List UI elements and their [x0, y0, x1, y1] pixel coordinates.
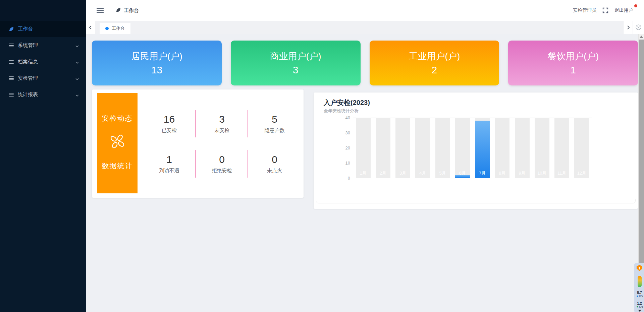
- stat-value: 3: [219, 114, 225, 125]
- tabs-scroll-left-button[interactable]: [86, 21, 95, 34]
- tab-bar: 工作台: [86, 21, 644, 34]
- breadcrumb: 工作台: [116, 7, 139, 14]
- menu-icon: [8, 92, 14, 98]
- stat-card-label: 商业用户(户): [270, 50, 321, 62]
- download-speed-unit: K/s: [639, 305, 643, 309]
- bar-slot-5月: 5月: [433, 118, 452, 178]
- sidebar-item-label: 安检管理: [18, 75, 75, 81]
- sidebar-item-1[interactable]: 系统管理: [0, 37, 86, 54]
- chart-title: 入户安检(2023): [324, 98, 370, 107]
- stat-card-label: 居民用户(户): [131, 50, 182, 62]
- current-username[interactable]: 安检管理员: [573, 7, 596, 13]
- stat-card-1[interactable]: 商业用户(户)3: [231, 41, 361, 85]
- chart-panel-footer-line: [316, 199, 636, 203]
- sidebar-item-0[interactable]: 工作台: [0, 21, 86, 37]
- chart-subtitle: 全年安检统计分析: [324, 108, 359, 114]
- x-axis-tick-label: 10月: [532, 170, 552, 176]
- main-content: 居民用户(户)13商业用户(户)3工业用户(户)2餐饮用户(户)1 安检动态 数…: [86, 34, 644, 312]
- close-tabs-button[interactable]: [633, 21, 644, 34]
- x-axis-tick-label: 7月: [473, 170, 492, 176]
- x-axis-tick-label: 11月: [552, 170, 572, 176]
- shield-badge-icon[interactable]: 1: [637, 265, 642, 271]
- download-arrow-icon: ▼: [636, 305, 639, 309]
- stat-value: 1: [166, 154, 172, 165]
- chevron-down-icon: [75, 60, 79, 64]
- fullscreen-icon[interactable]: [602, 7, 608, 13]
- background-bar: [455, 118, 470, 178]
- x-axis-tick-label: 3月: [393, 170, 413, 176]
- chevron-down-icon: [75, 93, 79, 97]
- stat-card-value: 1: [570, 64, 576, 76]
- y-axis-tick-label: 20: [345, 145, 350, 150]
- x-axis-tick-label: 12月: [572, 170, 592, 176]
- active-tab-dot: [105, 27, 109, 30]
- y-axis-tick-label: 10: [345, 161, 350, 166]
- safety-dynamics-panel: 安检动态 数据统计 16已安检3未安检5隐患户数1到访不遇0拒绝安检0未点火: [92, 89, 304, 198]
- background-bar: [376, 118, 390, 178]
- sidebar-item-label: 工作台: [18, 26, 79, 32]
- bar-slot-1月: 1月: [353, 118, 373, 178]
- sidebar-menu: 工作台系统管理档案信息安检管理统计报表: [0, 21, 86, 103]
- bar-slot-7月: 7月: [473, 118, 492, 178]
- stat-card-0[interactable]: 居民用户(户)13: [92, 41, 222, 85]
- x-axis-tick-label: 6月: [452, 170, 472, 176]
- widget-collapse-caret[interactable]: [638, 310, 641, 312]
- stat-value: 0: [219, 154, 225, 165]
- collapse-sidebar-button[interactable]: [97, 8, 104, 13]
- bar-slot-2月: 2月: [373, 118, 393, 178]
- stat-card-3[interactable]: 餐饮用户(户)1: [508, 41, 638, 85]
- menu-icon: [8, 75, 14, 81]
- upload-speed-value: 5.7: [637, 291, 642, 295]
- x-axis-tick-label: 1月: [353, 170, 373, 176]
- background-bar: [515, 118, 530, 178]
- tab-bar-spacer: [130, 21, 623, 34]
- bar-slot-8月: 8月: [492, 118, 512, 178]
- inspection-chart-panel: 入户安检(2023) 全年安检统计分析 0102030401月2月3月4月5月6…: [314, 92, 638, 209]
- banner-top-label: 安检动态: [102, 114, 133, 123]
- net-speed-widget[interactable]: 1 5.7 ▲K/s 1.2 ▼K/s: [634, 263, 644, 312]
- leaf-icon: [8, 26, 14, 32]
- bar-slot-12月: 12月: [572, 118, 592, 178]
- background-bar: [415, 118, 430, 178]
- chart-bars: 1月2月3月4月5月6月7月8月9月10月11月12月: [353, 118, 592, 178]
- scrollbar-thumb[interactable]: [639, 40, 644, 263]
- bar-slot-10月: 10月: [532, 118, 552, 178]
- value-bar: [475, 121, 490, 178]
- tab-workbench[interactable]: 工作台: [100, 23, 130, 34]
- menu-icon: [8, 59, 14, 65]
- tab-label: 工作台: [112, 25, 125, 32]
- bar-slot-3月: 3月: [393, 118, 413, 178]
- stat-label: 拒绝安检: [212, 168, 232, 174]
- banner-bottom-label: 数据统计: [102, 161, 133, 171]
- chevron-down-icon: [75, 44, 79, 48]
- sidebar-item-label: 系统管理: [18, 42, 75, 49]
- stat-value: 0: [272, 154, 277, 165]
- x-axis-tick-label: 4月: [413, 170, 433, 176]
- sidebar-item-2[interactable]: 档案信息: [0, 54, 86, 70]
- breadcrumb-label: 工作台: [124, 7, 139, 14]
- scrollbar-up-arrow[interactable]: [640, 36, 643, 38]
- sidebar-item-3[interactable]: 安检管理: [0, 70, 86, 86]
- stat-card-2[interactable]: 工业用户(户)2: [370, 41, 499, 85]
- x-axis-tick-label: 2月: [373, 170, 393, 176]
- safety-stat-2: 5隐患户数: [248, 104, 301, 144]
- sidebar-item-label: 统计报表: [18, 91, 75, 98]
- tabs-scroll-right-button[interactable]: [623, 21, 633, 34]
- bar-chart: 0102030401月2月3月4月5月6月7月8月9月10月11月12月: [353, 118, 592, 178]
- y-axis-tick-label: 0: [348, 176, 350, 181]
- sidebar-item-4[interactable]: 统计报表: [0, 86, 86, 103]
- background-bar: [554, 118, 569, 178]
- user-stat-cards: 居民用户(户)13商业用户(户)3工业用户(户)2餐饮用户(户)1: [92, 41, 638, 85]
- sidebar-item-label: 档案信息: [18, 59, 75, 65]
- gridline-0: 0: [353, 178, 592, 178]
- safety-banner: 安检动态 数据统计: [97, 93, 138, 193]
- download-speed-value: 1.2: [637, 302, 642, 305]
- stat-value: 16: [164, 114, 175, 125]
- y-axis-tick-label: 40: [345, 115, 350, 120]
- stat-card-value: 13: [151, 64, 162, 76]
- background-bar: [535, 118, 549, 178]
- sidebar: 工作台系统管理档案信息安检管理统计报表: [0, 0, 86, 312]
- safety-stat-1: 3未安检: [196, 104, 248, 144]
- stat-card-value: 2: [432, 64, 437, 76]
- logout-button[interactable]: 退出用户: [614, 7, 635, 13]
